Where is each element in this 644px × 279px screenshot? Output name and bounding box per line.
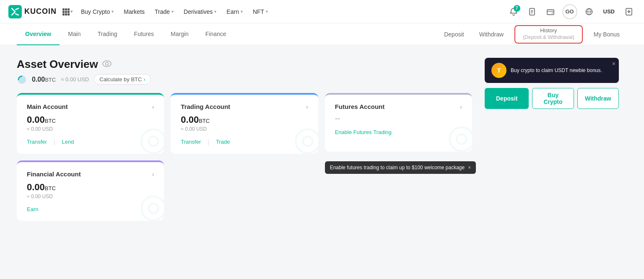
futures-tooltip: Enable futures trading to claim up to $1… <box>325 161 476 174</box>
trading-account-actions: Transfer | Trade <box>181 139 308 145</box>
futures-tooltip-text: Enable futures trading to claim up to $1… <box>330 165 465 170</box>
subnav-margin[interactable]: Margin <box>162 23 197 45</box>
trading-trade-link[interactable]: Trade <box>216 139 230 145</box>
financial-account-actions: Earn <box>27 206 154 212</box>
grid-menu-button[interactable]: ▾ <box>62 6 73 18</box>
trading-account-title: Trading Account <box>181 103 230 110</box>
svg-rect-1 <box>62 8 65 10</box>
subnav-history[interactable]: History (Deposit & Withdrawal) <box>514 25 583 44</box>
svg-point-20 <box>103 61 111 67</box>
futures-account-card-header: Futures Account › <box>335 103 462 110</box>
main-account-actions: Transfer | Lend <box>27 139 154 145</box>
svg-point-15 <box>551 12 552 13</box>
buy-crypto-chevron: ▾ <box>112 9 114 14</box>
notification-button[interactable]: 7 <box>507 5 520 18</box>
main-content: Asset Overview <box>0 45 644 279</box>
subnav-finance[interactable]: Finance <box>197 23 235 45</box>
svg-rect-7 <box>62 13 65 16</box>
svg-point-21 <box>105 62 108 65</box>
kucoin-logo-icon <box>8 5 22 18</box>
derivatives-chevron: ▾ <box>214 9 216 14</box>
trading-transfer-link[interactable]: Transfer <box>181 139 201 145</box>
financial-account-arrow[interactable]: › <box>152 171 154 178</box>
nav-trade[interactable]: Trade ▾ <box>151 6 178 18</box>
trading-account-card-header: Trading Account › <box>181 103 308 110</box>
main-transfer-link[interactable]: Transfer <box>27 139 47 145</box>
nav-nft[interactable]: NFT ▾ <box>249 6 272 18</box>
wallet-icon-button[interactable] <box>544 5 557 18</box>
svg-rect-2 <box>65 8 67 10</box>
subnav-deposit[interactable]: Deposit <box>436 23 471 45</box>
download-icon <box>625 8 633 16</box>
financial-account-title: Financial Account <box>27 170 81 178</box>
page-title-area: Asset Overview <box>17 58 151 85</box>
withdraw-button[interactable]: Withdraw <box>577 88 619 109</box>
financial-account-usd: ≈ 0.00 USD <box>27 194 154 199</box>
financial-account-balance: 0.00BTC <box>27 182 154 193</box>
globe-icon <box>585 8 593 16</box>
futures-account-arrow[interactable]: › <box>460 103 462 110</box>
grid-chevron: ▾ <box>70 9 73 14</box>
logo[interactable]: KUCOIN <box>8 5 57 18</box>
svg-rect-6 <box>68 11 70 13</box>
page-header: Asset Overview <box>17 58 472 85</box>
financial-account-card: Financial Account › 0.00BTC ≈ 0.00 USD E… <box>17 160 164 221</box>
svg-rect-8 <box>65 13 67 16</box>
balance-row: 0.00BTC ≈ 0.00 USD Calculate by BTC › <box>17 74 151 85</box>
nav-derivatives[interactable]: Derivatives ▾ <box>179 6 221 18</box>
svg-rect-3 <box>68 8 70 10</box>
earn-chevron: ▾ <box>241 9 243 14</box>
subnav: Overview Main Trading Futures Margin Fin… <box>0 23 644 45</box>
grid-icon <box>62 8 70 16</box>
currency-selector[interactable]: USD <box>601 7 617 16</box>
main-account-balance: 0.00BTC <box>27 114 154 125</box>
nav-earn[interactable]: Earn ▾ <box>222 6 247 18</box>
main-lend-link[interactable]: Lend <box>62 139 74 145</box>
cards-grid: Main Account › 0.00BTC ≈ 0.00 USD Transf… <box>17 93 472 154</box>
subnav-overview[interactable]: Overview <box>17 23 60 45</box>
download-icon-button[interactable] <box>622 5 636 18</box>
page-title: Asset Overview <box>17 58 151 71</box>
document-icon-button[interactable] <box>525 5 539 18</box>
subnav-right: Deposit Withdraw History (Deposit & With… <box>436 23 627 45</box>
trading-account-usd: ≈ 0.00 USD <box>181 126 308 132</box>
trading-account-card: Trading Account › 0.00BTC ≈ 0.00 USD Tra… <box>171 93 318 154</box>
subnav-trading[interactable]: Trading <box>89 23 126 45</box>
wallet-icon <box>547 8 554 16</box>
trading-account-balance: 0.00BTC <box>181 114 308 125</box>
avatar-button[interactable]: GO <box>562 4 577 19</box>
nav-buy-crypto[interactable]: Buy Crypto ▾ <box>77 6 118 18</box>
financial-earn-link[interactable]: Earn <box>27 206 38 212</box>
futures-card-wrapper: Futures Account › -- Enable Futures Trad… <box>325 93 472 154</box>
promo-text: Buy crypto to claim USDT newbie bonus. <box>511 67 602 74</box>
btc-spinner-icon <box>17 75 27 85</box>
svg-rect-4 <box>62 11 65 13</box>
globe-icon-button[interactable] <box>582 5 596 18</box>
promo-actions: Deposit Buy Crypto Withdraw <box>485 88 619 109</box>
main-account-card: Main Account › 0.00BTC ≈ 0.00 USD Transf… <box>17 93 164 154</box>
deposit-button[interactable]: Deposit <box>485 88 529 109</box>
promo-coin-icon: T <box>491 63 506 78</box>
buy-crypto-button[interactable]: Buy Crypto <box>532 88 574 109</box>
main-account-arrow[interactable]: › <box>152 103 154 110</box>
nft-chevron: ▾ <box>266 9 268 14</box>
subnav-futures[interactable]: Futures <box>126 23 162 45</box>
futures-tooltip-close[interactable]: × <box>468 165 471 170</box>
nav-links: Buy Crypto ▾ Markets Trade ▾ Derivatives… <box>77 6 507 18</box>
visibility-toggle-icon[interactable] <box>102 59 112 69</box>
promo-close-button[interactable]: × <box>612 60 615 67</box>
trading-account-arrow[interactable]: › <box>306 103 308 110</box>
main-account-title: Main Account <box>27 103 68 110</box>
subnav-my-bonus[interactable]: My Bonus <box>586 23 627 45</box>
subnav-main[interactable]: Main <box>60 23 89 45</box>
calculate-by-btc-button[interactable]: Calculate by BTC › <box>94 74 151 85</box>
futures-account-dashes: -- <box>335 114 462 123</box>
notification-badge: 7 <box>514 5 520 12</box>
futures-account-title: Futures Account <box>335 103 385 110</box>
subnav-withdraw[interactable]: Withdraw <box>472 23 511 45</box>
balance-btc-value: 0.00BTC <box>32 76 56 83</box>
content-area: Asset Overview <box>17 58 627 221</box>
svg-rect-14 <box>547 10 554 15</box>
enable-futures-trading-link[interactable]: Enable Futures Trading <box>335 129 462 135</box>
nav-markets[interactable]: Markets <box>119 6 149 18</box>
